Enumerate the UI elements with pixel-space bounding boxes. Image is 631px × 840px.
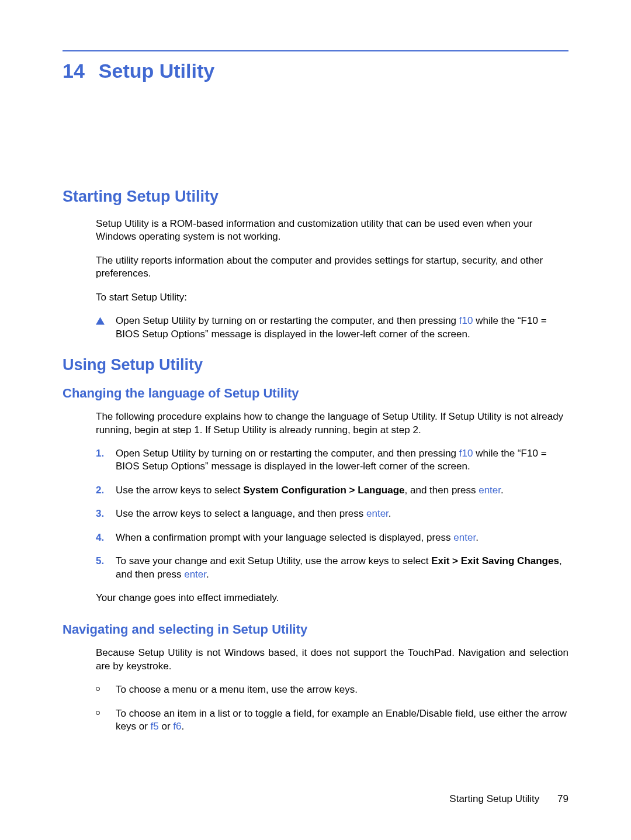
paragraph: Setup Utility is a ROM-based information… <box>96 217 568 244</box>
list-text: Use the arrow keys to select a language,… <box>116 507 391 520</box>
keycap: f10 <box>459 448 473 459</box>
unordered-list: To choose a menu or a menu item, use the… <box>96 683 568 733</box>
step-text: Open Setup Utility by turning on or rest… <box>116 314 568 341</box>
keycap: enter <box>453 532 476 543</box>
single-step: Open Setup Utility by turning on or rest… <box>96 314 568 341</box>
list-item: 4. When a confirmation prompt with your … <box>96 531 568 544</box>
heading-changing-language: Changing the language of Setup Utility <box>63 386 568 401</box>
bold-text: Exit > Exit Saving Changes <box>431 555 559 566</box>
heading-starting-setup-utility: Starting Setup Utility <box>63 188 568 206</box>
keycap: enter <box>479 485 501 496</box>
footer-page-number: 79 <box>557 793 568 804</box>
chapter-title-text: Setup Utility <box>99 60 214 82</box>
triangle-icon <box>96 314 116 341</box>
list-number: 3. <box>96 507 116 520</box>
heading-navigating-selecting: Navigating and selecting in Setup Utilit… <box>63 622 568 637</box>
bullet-icon <box>96 683 116 696</box>
list-item: 5. To save your change and exit Setup Ut… <box>96 555 568 581</box>
subsection-body: The following procedure explains how to … <box>63 410 568 604</box>
bold-text: System Configuration > Language <box>243 485 404 496</box>
keycap: f10 <box>459 315 473 326</box>
list-item: To choose a menu or a menu item, use the… <box>96 683 568 696</box>
keycap: enter <box>366 508 389 519</box>
list-item: 2. Use the arrow keys to select System C… <box>96 484 568 497</box>
paragraph: To start Setup Utility: <box>96 291 568 304</box>
heading-using-setup-utility: Using Setup Utility <box>63 356 568 374</box>
footer-section-name: Starting Setup Utility <box>449 793 539 804</box>
bullet-icon <box>96 707 116 734</box>
list-text: To choose a menu or a menu item, use the… <box>116 683 358 696</box>
page-footer: Starting Setup Utility 79 <box>449 793 568 805</box>
paragraph: The following procedure explains how to … <box>96 410 568 437</box>
list-item: To choose an item in a list or to toggle… <box>96 707 568 734</box>
keycap: enter <box>184 569 206 580</box>
list-text: Open Setup Utility by turning on or rest… <box>116 447 568 473</box>
paragraph: Your change goes into effect immediately… <box>96 592 568 604</box>
list-text: When a confirmation prompt with your lan… <box>116 531 479 544</box>
keycap: f6 <box>173 721 181 732</box>
list-text: Use the arrow keys to select System Conf… <box>116 484 504 497</box>
svg-marker-0 <box>96 317 105 325</box>
list-number: 2. <box>96 484 116 497</box>
list-text: To choose an item in a list or to toggle… <box>116 707 568 734</box>
document-page: 14Setup Utility Starting Setup Utility S… <box>0 0 631 734</box>
list-item: 3. Use the arrow keys to select a langua… <box>96 507 568 520</box>
subsection-body: Because Setup Utility is not Windows bas… <box>63 647 568 733</box>
list-number: 4. <box>96 531 116 544</box>
paragraph: The utility reports information about th… <box>96 254 568 281</box>
keycap: f5 <box>151 721 159 732</box>
list-number: 5. <box>96 555 116 581</box>
chapter-number: 14 <box>63 60 85 82</box>
chapter-title: 14Setup Utility <box>63 60 568 82</box>
ordered-list: 1. Open Setup Utility by turning on or r… <box>96 447 568 581</box>
paragraph: Because Setup Utility is not Windows bas… <box>96 647 568 673</box>
list-number: 1. <box>96 447 116 473</box>
top-rule <box>63 50 568 51</box>
section-body: Setup Utility is a ROM-based information… <box>63 217 568 341</box>
list-text: To save your change and exit Setup Utili… <box>116 555 568 581</box>
list-item: 1. Open Setup Utility by turning on or r… <box>96 447 568 473</box>
